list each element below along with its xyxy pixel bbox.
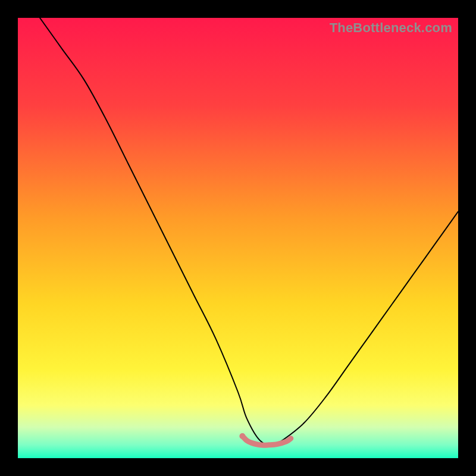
watermark: TheBottleneck.com bbox=[330, 20, 452, 36]
background-gradient bbox=[18, 18, 458, 458]
chart-area: TheBottleneck.com bbox=[18, 18, 458, 458]
svg-rect-0 bbox=[18, 18, 458, 458]
